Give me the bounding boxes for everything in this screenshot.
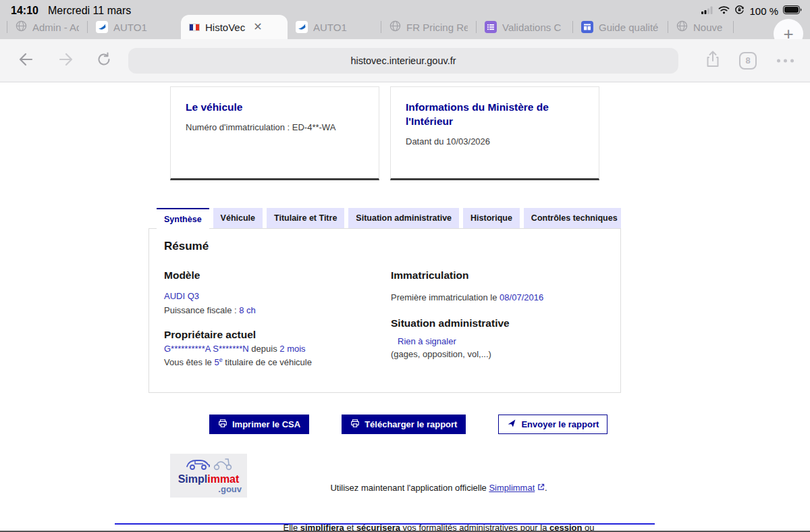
tab-historique[interactable]: Historique xyxy=(463,208,520,228)
tab-count-button[interactable]: 8 xyxy=(739,52,757,70)
tab-situation-administrative[interactable]: Situation administrative xyxy=(348,208,459,228)
summary-grid: Modèle AUDI Q3 Puissance fiscale : 8 ch … xyxy=(164,269,605,367)
safari-tab-label: HistoVec xyxy=(205,22,245,33)
simplimmat-link[interactable]: Simplimmat xyxy=(489,483,535,493)
safari-tab-label: FR Pricing Re xyxy=(406,22,468,33)
simplimmat-word-part1: Simpl xyxy=(178,473,208,485)
url-text: histovec.interieur.gouv.fr xyxy=(350,55,456,66)
address-bar[interactable]: histovec.interieur.gouv.fr xyxy=(128,48,678,74)
holder-line: Vous êtes le 5e titulaire de ce véhicule xyxy=(164,356,391,367)
car-icon xyxy=(184,456,211,474)
safari-tab-label: AUTO1 xyxy=(113,22,147,33)
vehicle-card-plate: Numéro d'immatriculation : ED-4**-WA xyxy=(186,122,364,132)
model-heading: Modèle xyxy=(164,269,391,282)
globe-icon xyxy=(389,20,401,34)
promo-line1-prefix: Utilisez maintenant l'application offici… xyxy=(330,483,489,493)
ministry-card-date: Datant du 10/03/2026 xyxy=(406,136,584,147)
admin-status-hint: (gages, opposition, vol,...) xyxy=(391,349,605,359)
holder-prefix: Vous êtes le xyxy=(164,357,214,367)
send-report-label: Envoyer le rapport xyxy=(521,419,599,429)
tab-controles-techniques[interactable]: Contrôles techniques xyxy=(524,208,621,228)
footer-divider xyxy=(115,523,655,525)
safari-tab-label: Nouve xyxy=(693,22,722,33)
simplimmat-logo: Simplimmat .gouv xyxy=(170,454,247,498)
back-icon[interactable] xyxy=(18,52,34,70)
safari-tab-fr-pricing[interactable]: FR Pricing Re xyxy=(381,20,476,34)
send-icon xyxy=(507,419,516,430)
owner-since-value: 2 mois xyxy=(279,344,305,354)
close-tab-icon[interactable]: ✕ xyxy=(253,22,262,32)
tab-titulaire-et-titre[interactable]: Titulaire et Titre xyxy=(267,208,344,228)
first-registration-label: Première immatriculation le xyxy=(391,292,500,302)
fiscal-power-line: Puissance fiscale : 8 ch xyxy=(164,305,391,315)
more-menu-icon[interactable] xyxy=(777,59,794,62)
tab-vehicule[interactable]: Véhicule xyxy=(213,208,263,228)
reload-icon[interactable] xyxy=(96,51,112,70)
new-tab-button[interactable]: + xyxy=(774,19,803,39)
owner-heading: Propriétaire actuel xyxy=(164,329,391,341)
safari-tab-strip: Admin - Adm AUTO1 HistoVec ✕ AUTO1 xyxy=(0,15,810,39)
safari-tab-label: AUTO1 xyxy=(313,22,347,33)
print-csa-button[interactable]: Imprimer le CSA xyxy=(209,415,309,434)
fiscal-power-label: Puissance fiscale : xyxy=(164,305,239,315)
forward-icon[interactable] xyxy=(58,52,74,70)
report-actions: Imprimer le CSA Télécharger le rapport E… xyxy=(209,415,608,434)
safari-top-chrome: 14:10 Mercredi 11 mars 100 % xyxy=(0,0,810,39)
summary-title: Résumé xyxy=(164,240,605,253)
download-report-button[interactable]: Télécharger le rapport xyxy=(342,415,466,434)
blue-layout-icon xyxy=(581,21,593,33)
globe-icon xyxy=(16,20,27,34)
safari-tab-auto1-a[interactable]: AUTO1 xyxy=(88,21,181,33)
promo-line1-suffix: . xyxy=(545,483,547,493)
safari-nav-bar: histovec.interieur.gouv.fr 8 xyxy=(0,39,810,82)
histovec-page: Le véhicule Numéro d'immatriculation : E… xyxy=(0,82,810,532)
model-name: AUDI Q3 xyxy=(164,291,199,301)
scooter-icon xyxy=(213,456,233,474)
tab-synthese[interactable]: Synthèse xyxy=(157,208,209,229)
owner-since-label: depuis xyxy=(249,344,280,354)
globe-icon xyxy=(676,20,688,34)
safari-tab-nouve[interactable]: Nouve xyxy=(668,20,733,34)
download-report-label: Télécharger le rapport xyxy=(364,419,457,429)
holder-number: 5 xyxy=(214,357,219,367)
ipad-safari-screen: 14:10 Mercredi 11 mars 100 % xyxy=(0,0,810,532)
safari-tab-validations[interactable]: Validations C xyxy=(477,21,572,33)
printer-icon xyxy=(218,419,227,430)
simplimmat-promo-text: Utilisez maintenant l'application offici… xyxy=(250,455,628,532)
safari-tab-label: Admin - Adm xyxy=(32,22,79,33)
safari-tab-guide[interactable]: Guide qualité xyxy=(573,21,668,33)
french-flag-icon xyxy=(189,24,200,31)
admin-status-value: Rien à signaler xyxy=(398,336,456,346)
simplimmat-vehicle-icons xyxy=(176,456,242,474)
printer-icon xyxy=(350,419,360,430)
fiscal-power-value: 8 ch xyxy=(239,305,256,315)
external-link-icon[interactable] xyxy=(537,483,545,493)
share-icon[interactable] xyxy=(705,50,721,72)
first-registration-date: 08/07/2016 xyxy=(500,292,543,302)
ministry-card: Informations du Ministère de l'Intérieur… xyxy=(390,86,599,180)
purple-list-icon xyxy=(485,21,497,33)
report-tab-bar: Synthèse Véhicule Titulaire et Titre Sit… xyxy=(157,208,621,229)
summary-left-column: Modèle AUDI Q3 Puissance fiscale : 8 ch … xyxy=(164,269,391,367)
owner-masked-name: G**********A S*******N xyxy=(164,344,249,354)
registration-heading: Immatriculation xyxy=(391,269,605,282)
safari-tab-label: Validations C xyxy=(502,22,561,33)
promo-line-1: Utilisez maintenant l'application offici… xyxy=(250,481,628,495)
tab-separator xyxy=(733,21,734,33)
first-registration-line: Première immatriculation le 08/07/2016 xyxy=(391,292,605,302)
simplimmat-wordmark: Simplimmat xyxy=(176,474,242,485)
safari-tab-label: Guide qualité xyxy=(599,22,658,33)
vehicle-card: Le véhicule Numéro d'immatriculation : E… xyxy=(170,86,379,180)
owner-line: G**********A S*******N depuis 2 mois xyxy=(164,344,391,354)
print-csa-label: Imprimer le CSA xyxy=(232,419,300,429)
vehicle-card-title: Le véhicule xyxy=(186,101,364,115)
safari-tab-auto1-b[interactable]: AUTO1 xyxy=(288,21,381,33)
send-report-button[interactable]: Envoyer le rapport xyxy=(498,415,608,434)
simplimmat-gouv: .gouv xyxy=(176,485,242,494)
simplimmat-word-part2: immat xyxy=(207,473,239,485)
ministry-card-title: Informations du Ministère de l'Intérieur xyxy=(406,101,584,129)
safari-tab-histovec-active[interactable]: HistoVec ✕ xyxy=(181,15,288,39)
auto1-logo-icon xyxy=(296,21,308,33)
synthese-panel: Résumé Modèle AUDI Q3 Puissance fiscale … xyxy=(148,228,621,393)
safari-tab-admin[interactable]: Admin - Adm xyxy=(7,20,87,34)
